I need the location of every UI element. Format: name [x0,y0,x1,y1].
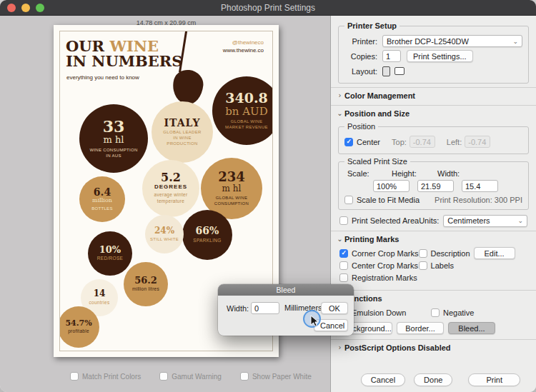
negative-checkbox[interactable] [431,308,440,317]
registration-marks-row: Registration Marks [339,271,419,283]
chevron-down-icon: ⌄ [335,235,344,243]
stat-bubble-still-white: 24% STILL WHITE [145,215,184,253]
match-print-colors-label: Match Print Colors [82,373,141,381]
height-label: Height: [392,169,437,178]
bleed-width-label: Width: [227,304,249,313]
section-position-and-size[interactable]: ⌄ Position and Size [331,107,536,119]
position-row: Center Top: Left: [344,135,522,149]
copies-label: Copies: [344,52,377,61]
stat-bubble-sparkling: 66% SPARKLING [182,210,232,260]
layout-portrait-icon[interactable] [382,66,390,76]
registration-marks-checkbox[interactable] [339,273,348,282]
border-button[interactable]: Border... [397,322,444,334]
stat-bubble-million-litres: 56.2 million litres [124,262,168,306]
functions-buttons: Background... Border... Bleed... [331,318,536,336]
divider [331,231,536,231]
print-settings-button[interactable]: Print Settings... [407,50,473,62]
scale-inputs-row [373,180,522,192]
chevron-down-icon: ⌄ [517,217,523,224]
bleed-dialog: Bleed Width: Millimeters ⌄ OK Cancel [218,284,354,336]
color-management-title: Color Management [344,91,415,100]
titlebar: Photoshop Print Settings [0,0,536,16]
printing-marks-options: Corner Crop Marks Center Crop Marks Regi… [331,245,536,286]
postscript-options-title: PostScript Options Disabled [344,343,451,352]
stat-bubble-market-revenue: 340.8 bn AUD GLOBAL WINE MARKET REVENUE [212,76,272,145]
layout-landscape-icon[interactable] [394,67,405,75]
stat-bubble-million-bottles: 6.4 million BOTTLES [79,176,125,222]
gamut-warning-label: Gamut Warning [172,373,222,381]
description-label: Description [431,249,470,258]
printing-marks-title: Printing Marks [344,235,399,243]
show-paper-white-checkbox[interactable] [240,372,249,381]
width-input[interactable] [462,180,498,192]
print-button[interactable]: Print [468,373,520,386]
scale-labels-row: Scale: Height: Width: [344,169,522,178]
units-label: Units: [419,216,439,225]
show-paper-white-option: Show Paper White [240,372,312,381]
printer-select-value: Brother DCP-L2540DW [387,37,469,46]
chevron-down-icon: ⌄ [512,38,518,45]
copies-row: Copies: Print Settings... [344,49,522,63]
done-button[interactable]: Done [414,373,452,386]
center-crop-marks-checkbox[interactable] [339,261,348,270]
preview-options-bar: Match Print Colors Gamut Warning Show Pa… [70,372,312,381]
divider [331,339,536,340]
registration-marks-label: Registration Marks [352,273,417,282]
edit-description-button[interactable]: Edit... [474,247,515,259]
scale-input[interactable] [373,180,410,192]
center-checkbox[interactable] [344,138,353,146]
print-selected-area-checkbox[interactable] [339,216,348,225]
divider [331,87,536,88]
units-select[interactable]: Centimeters ⌄ [443,215,527,227]
scaled-print-size-group: Scaled Print Size Scale: Height: Width: … [338,161,529,210]
cancel-button[interactable]: Cancel [361,373,405,386]
poster-website: www.thewine.co [223,46,264,54]
divider [331,105,536,106]
center-crop-marks-label: Center Crop Marks [352,261,418,270]
printer-select[interactable]: Brother DCP-L2540DW ⌄ [382,35,522,47]
height-input[interactable] [417,180,454,192]
section-color-management[interactable]: › Color Management [331,89,536,101]
section-functions[interactable]: ⌄ Functions [331,292,536,304]
stat-bubble-red-rose: 10% RED/ROSE [88,231,132,276]
show-paper-white-label: Show Paper White [252,373,312,381]
poster-subtitle: everything you need to know [66,74,139,81]
width-label: Width: [437,169,480,178]
poster-title-line2: IN NUMBERS [66,54,182,69]
top-label: Top: [392,138,407,146]
section-postscript-options[interactable]: › PostScript Options Disabled [331,341,536,353]
corner-crop-marks-checkbox[interactable] [339,249,348,258]
printer-setup-group: Printer Setup Printer: Brother DCP-L2540… [338,26,529,84]
description-row: Description Edit... [419,247,536,259]
bleed-button[interactable]: Bleed... [448,322,495,334]
copies-input[interactable] [382,50,401,62]
scale-to-fit-media-checkbox[interactable] [344,196,353,204]
bleed-dialog-title: Bleed [218,284,354,296]
negative-row: Negative [431,306,474,318]
section-printing-marks[interactable]: ⌄ Printing Marks [331,233,536,245]
bleed-ok-button[interactable]: OK [321,302,348,314]
match-print-colors-option: Match Print Colors [70,372,141,381]
corner-crop-marks-label: Corner Crop Marks [352,249,419,258]
labels-checkbox[interactable] [419,261,427,270]
poster-title: OUR WINE IN NUMBERS [66,39,182,69]
print-selected-area-label: Print Selected Area [352,216,419,225]
position-group-label: Position [344,122,378,131]
left-input[interactable] [465,136,490,148]
bleed-width-input[interactable] [251,302,279,314]
mouse-cursor-icon [310,315,319,327]
divider [331,290,536,291]
description-checkbox[interactable] [419,249,427,258]
photoshop-print-settings-window: Photoshop Print Settings 14.78 cm x 20.9… [0,0,536,392]
scale-to-fit-media-label: Scale to Fit Media [357,196,420,204]
left-label: Left: [447,138,462,146]
top-input[interactable] [410,136,435,148]
poster-handle: @thewineco [223,39,264,46]
stat-bubble-winter-temperature: 5.2 DEGREES average winter temperature [142,160,199,217]
stat-bubble-profitable: 54.7% profitable [60,306,99,348]
gamut-warning-checkbox[interactable] [159,372,168,381]
corner-crop-marks-row: Corner Crop Marks [339,247,419,259]
match-print-colors-checkbox[interactable] [70,372,79,381]
poster-social: @thewineco www.thewine.co [223,39,264,54]
print-selected-area-row: Print Selected Area Units: Centimeters ⌄ [331,214,536,227]
